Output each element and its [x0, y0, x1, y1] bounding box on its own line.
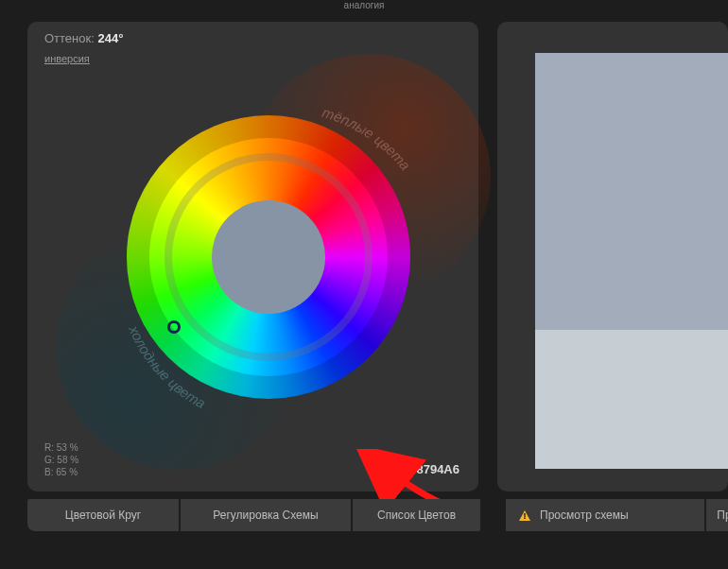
swatch-1[interactable]: [535, 53, 728, 192]
swatch-stack: [535, 53, 728, 469]
swatch-2[interactable]: [535, 192, 728, 331]
hue-label: Оттенок:: [44, 31, 95, 45]
hue-value: 244°: [97, 31, 123, 45]
tab-more[interactable]: Пр: [706, 499, 728, 531]
scheme-mode-tab[interactable]: аналогия: [0, 0, 728, 21]
color-wheel[interactable]: тёплые цвета холодные цвета: [75, 63, 462, 451]
rgb-b: B: 65 %: [44, 466, 78, 478]
tab-scheme-adjust[interactable]: Регулировка Схемы: [181, 499, 351, 531]
scheme-mode-label: аналогия: [344, 0, 385, 10]
tab-color-list-label: Список Цветов: [377, 509, 456, 522]
rgb-hex-label: RGB:: [383, 462, 413, 476]
hue-marker[interactable]: [167, 320, 181, 334]
color-wheel-panel: Оттенок: 244° инверсия тёплые цвета холо…: [27, 22, 478, 491]
bottom-tab-bar: Цветовой Круг Регулировка Схемы Список Ц…: [27, 499, 728, 531]
annotation-arrow-icon: [353, 449, 447, 506]
rgb-percent-block: R: 53 % G: 58 % B: 65 %: [44, 441, 78, 478]
rgb-hex-readout: RGB: 8794A6: [383, 462, 459, 476]
swatch-3[interactable]: [535, 330, 728, 469]
tab-scheme-preview-label: Просмотр схемы: [540, 509, 629, 522]
preview-panel: [497, 22, 728, 491]
hue-readout: Оттенок: 244°: [44, 31, 123, 45]
rgb-g: G: 58 %: [44, 454, 78, 466]
tab-more-label: Пр: [717, 509, 728, 522]
warning-icon: [519, 510, 530, 521]
wheel-hub-swatch: [212, 200, 325, 314]
tab-color-wheel-label: Цветовой Круг: [65, 509, 141, 522]
rgb-r: R: 53 %: [44, 441, 78, 454]
tab-color-wheel[interactable]: Цветовой Круг: [27, 499, 179, 531]
tab-scheme-preview[interactable]: Просмотр схемы: [506, 499, 704, 531]
tab-scheme-adjust-label: Регулировка Схемы: [213, 509, 318, 522]
tab-color-list[interactable]: Список Цветов: [353, 499, 480, 531]
rgb-hex-value: 8794A6: [416, 462, 459, 476]
